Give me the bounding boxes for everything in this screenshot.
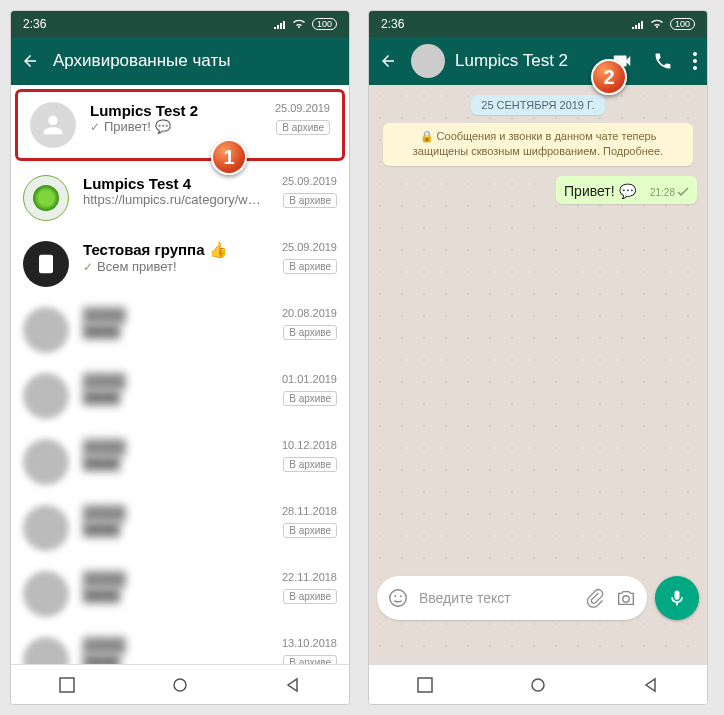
- archive-badge: В архиве: [283, 655, 337, 664]
- camera-icon[interactable]: [615, 587, 637, 609]
- chat-item[interactable]: ████████22.11.2018В архиве: [11, 561, 349, 627]
- svg-point-6: [390, 590, 407, 607]
- delivered-tick-icon: ✓: [90, 120, 100, 134]
- archive-badge: В архиве: [283, 193, 337, 208]
- input-placeholder: Введите текст: [419, 590, 575, 606]
- archive-badge: В архиве: [283, 325, 337, 340]
- sent-tick-icon: [677, 187, 689, 197]
- callout-1: 1: [211, 139, 247, 175]
- page-title: Архивированные чаты: [53, 51, 339, 71]
- menu-icon[interactable]: [693, 52, 697, 70]
- avatar: [23, 439, 69, 485]
- chat-item[interactable]: ████████13.10.2018В архиве: [11, 627, 349, 664]
- status-icons: 100: [274, 18, 337, 30]
- nav-back-icon[interactable]: [643, 677, 659, 693]
- encryption-notice[interactable]: 🔒 Сообщения и звонки в данном чате тепер…: [383, 123, 693, 166]
- archive-badge: В архиве: [283, 259, 337, 274]
- avatar: [23, 505, 69, 551]
- chat-item[interactable]: ████████10.12.2018В архиве: [11, 429, 349, 495]
- svg-rect-0: [39, 255, 53, 274]
- chat-conversation-screen: 2:36 100 Lumpics Test 2 25 СЕНТЯБРЯ 2019…: [368, 10, 708, 705]
- signal-icon: [632, 19, 644, 29]
- chat-date: 13.10.2018: [282, 637, 337, 649]
- mic-button[interactable]: [655, 576, 699, 620]
- message-outgoing[interactable]: Привет! 💬 21:28: [556, 176, 697, 204]
- avatar: [23, 373, 69, 419]
- nav-home-icon[interactable]: [530, 677, 546, 693]
- chat-preview: ✓Привет! 💬: [90, 119, 261, 134]
- chat-preview: ✓Всем привет!: [83, 259, 268, 274]
- svg-point-4: [693, 59, 697, 63]
- avatar: [23, 241, 69, 287]
- date-divider: 25 СЕНТЯБРЯ 2019 Г.: [471, 95, 604, 115]
- status-bar: 2:36 100: [369, 11, 707, 37]
- wifi-icon: [292, 19, 306, 29]
- chat-date: 10.12.2018: [282, 439, 337, 451]
- chat-item[interactable]: ████████20.08.2019В архиве: [11, 297, 349, 363]
- svg-point-2: [174, 679, 186, 691]
- archive-badge: В архиве: [283, 391, 337, 406]
- svg-point-5: [693, 66, 697, 70]
- back-button[interactable]: [379, 52, 397, 70]
- chat-name: ████: [83, 307, 268, 324]
- archived-chats-screen: 2:36 100 Архивированные чаты Lumpics Tes…: [10, 10, 350, 705]
- svg-point-8: [400, 595, 402, 597]
- highlight-selected-chat: Lumpics Test 2 ✓Привет! 💬 25.09.2019 В а…: [15, 89, 345, 161]
- wifi-icon: [650, 19, 664, 29]
- chat-preview: ████: [83, 390, 268, 405]
- status-icons: 100: [632, 18, 695, 30]
- chat-item[interactable]: ████████01.01.2019В архиве: [11, 363, 349, 429]
- nav-home-icon[interactable]: [172, 677, 188, 693]
- chat-name: Lumpics Test 2: [90, 102, 261, 119]
- voice-call-icon[interactable]: [653, 51, 673, 71]
- avatar: [23, 307, 69, 353]
- archive-badge: В архиве: [283, 589, 337, 604]
- nav-back-icon[interactable]: [285, 677, 301, 693]
- avatar: [23, 175, 69, 221]
- nav-recent-icon[interactable]: [417, 677, 433, 693]
- signal-icon: [274, 19, 286, 29]
- archive-badge: В архиве: [283, 457, 337, 472]
- app-bar: Lumpics Test 2: [369, 37, 707, 85]
- android-navbar: [369, 664, 707, 704]
- chat-date: 28.11.2018: [282, 505, 337, 517]
- svg-point-7: [394, 595, 396, 597]
- chat-list[interactable]: Lumpics Test 2 ✓Привет! 💬 25.09.2019 В а…: [11, 85, 349, 664]
- archive-badge: В архиве: [283, 523, 337, 538]
- avatar: [23, 637, 69, 664]
- nav-recent-icon[interactable]: [59, 677, 75, 693]
- message-text: Привет! 💬: [564, 183, 635, 199]
- chat-messages[interactable]: 25 СЕНТЯБРЯ 2019 Г. 🔒 Сообщения и звонки…: [369, 85, 707, 664]
- chat-item[interactable]: ████████28.11.2018В архиве: [11, 495, 349, 561]
- status-bar: 2:36 100: [11, 11, 349, 37]
- back-button[interactable]: [21, 52, 39, 70]
- chat-name: Тестовая группа 👍: [83, 241, 268, 259]
- clock: 2:36: [381, 17, 632, 31]
- chat-item[interactable]: Lumpics Test 2 ✓Привет! 💬 25.09.2019 В а…: [18, 92, 342, 158]
- attach-icon[interactable]: [585, 588, 605, 608]
- chat-preview: https://lumpics.ru/category/w…: [83, 192, 268, 207]
- chat-item[interactable]: Тестовая группа 👍 ✓Всем привет! 25.09.20…: [11, 231, 349, 297]
- message-time: 21:28: [650, 187, 689, 198]
- svg-point-9: [623, 596, 629, 602]
- chat-preview: ████: [83, 324, 268, 339]
- svg-point-3: [693, 52, 697, 56]
- chat-date: 25.09.2019: [275, 102, 330, 114]
- archive-badge: В архиве: [276, 120, 330, 135]
- chat-name: Lumpics Test 4: [83, 175, 268, 192]
- chat-name: ████: [83, 505, 268, 522]
- chat-preview: ████: [83, 654, 268, 664]
- battery-icon: 100: [670, 18, 695, 30]
- message-input-bar: Введите текст: [377, 576, 699, 620]
- android-navbar: [11, 664, 349, 704]
- svg-rect-1: [60, 678, 74, 692]
- contact-avatar[interactable]: [411, 44, 445, 78]
- message-input[interactable]: Введите текст: [377, 576, 647, 620]
- emoji-icon[interactable]: [387, 587, 409, 609]
- avatar: [23, 571, 69, 617]
- chat-item[interactable]: Lumpics Test 4 https://lumpics.ru/catego…: [11, 165, 349, 231]
- chat-preview: ████: [83, 588, 268, 603]
- chat-name: ████: [83, 373, 268, 390]
- contact-name[interactable]: Lumpics Test 2: [455, 51, 597, 71]
- chat-date: 20.08.2019: [282, 307, 337, 319]
